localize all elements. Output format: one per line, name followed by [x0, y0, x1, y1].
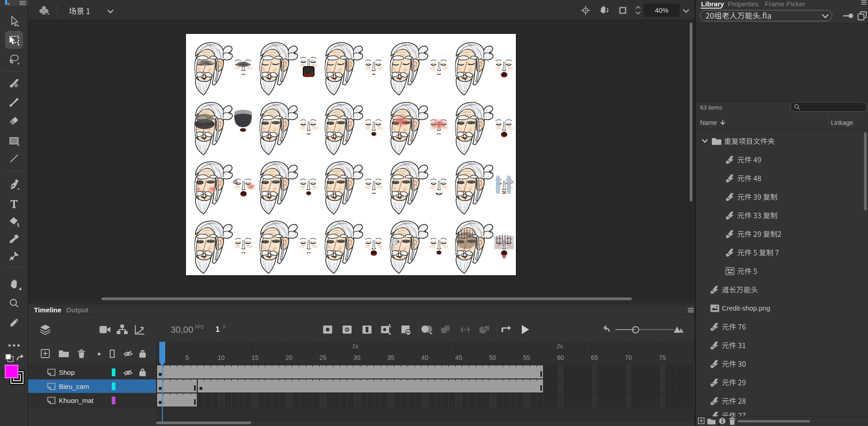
svg-text:A: A: [388, 324, 391, 329]
